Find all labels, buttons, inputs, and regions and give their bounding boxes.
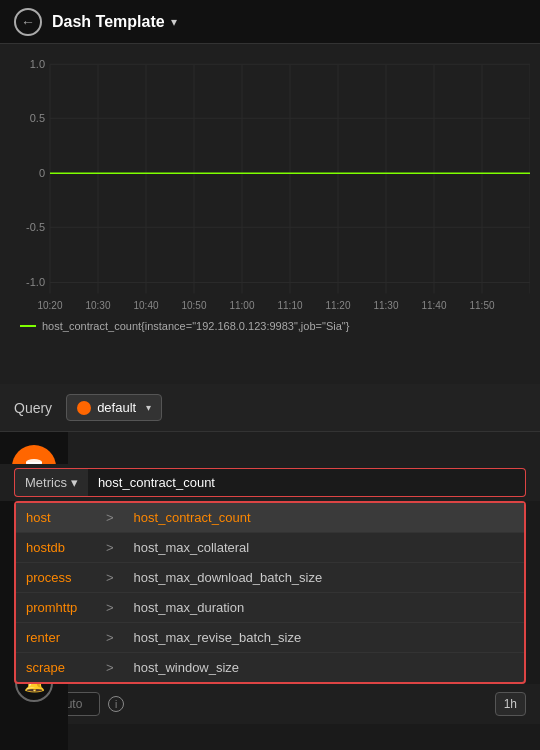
- dropdown-arrow-icon: >: [96, 623, 124, 653]
- dropdown-arrow-icon: >: [96, 653, 124, 683]
- dropdown-row[interactable]: scrape > host_window_size: [16, 653, 524, 683]
- dropdown-arrow-icon: >: [96, 503, 124, 533]
- svg-text:11:00: 11:00: [230, 300, 255, 311]
- dropdown-metric: host_max_collateral: [124, 533, 524, 563]
- dropdown-group: process: [16, 563, 96, 593]
- svg-text:10:40: 10:40: [134, 300, 159, 311]
- back-button[interactable]: ←: [14, 8, 42, 36]
- svg-text:1.0: 1.0: [30, 58, 45, 70]
- chart-legend: host_contract_count{instance="192.168.0.…: [10, 314, 530, 340]
- svg-text:11:20: 11:20: [326, 300, 351, 311]
- legend-line-icon: [20, 325, 36, 327]
- legend-text: host_contract_count{instance="192.168.0.…: [42, 320, 349, 332]
- dropdown-arrow-icon: >: [96, 593, 124, 623]
- metrics-label: Metrics: [25, 475, 67, 490]
- svg-text:11:40: 11:40: [422, 300, 447, 311]
- svg-text:11:10: 11:10: [278, 300, 303, 311]
- dropdown-metric: host_max_duration: [124, 593, 524, 623]
- metrics-dropdown: host > host_contract_count hostdb > host…: [14, 501, 526, 684]
- dropdown-group: scrape: [16, 653, 96, 683]
- a-label-row: A: [0, 432, 540, 464]
- right-content: A Metrics ▾ host > host_contract_count h…: [0, 432, 540, 724]
- query-row: Query default ▾: [0, 384, 540, 432]
- datasource-chevron-icon: ▾: [146, 402, 151, 413]
- info-icon[interactable]: i: [108, 696, 124, 712]
- chart-svg: 1.0 0.5 0 -0.5 -1.0 10:20 10:30 10:40 10…: [10, 54, 530, 314]
- main-content: ⚙ ⚙ 🔔: [0, 432, 540, 724]
- svg-text:10:50: 10:50: [182, 300, 207, 311]
- metrics-chevron-icon: ▾: [71, 475, 78, 490]
- dropdown-metric: host_max_revise_batch_size: [124, 623, 524, 653]
- dropdown-group: promhttp: [16, 593, 96, 623]
- title-chevron-icon[interactable]: ▾: [171, 15, 177, 29]
- dropdown-row[interactable]: host > host_contract_count: [16, 503, 524, 533]
- dropdown-arrow-icon: >: [96, 563, 124, 593]
- dropdown-row[interactable]: process > host_max_download_batch_size: [16, 563, 524, 593]
- dropdown-row[interactable]: renter > host_max_revise_batch_size: [16, 623, 524, 653]
- dropdown-metric: host_max_download_batch_size: [124, 563, 524, 593]
- dropdown-table: host > host_contract_count hostdb > host…: [16, 503, 524, 682]
- back-icon: ←: [21, 14, 35, 30]
- metrics-button[interactable]: Metrics ▾: [14, 468, 88, 497]
- datasource-name: default: [97, 400, 136, 415]
- svg-text:0.5: 0.5: [30, 112, 45, 124]
- controls-row: M i 1h: [0, 684, 540, 724]
- header: ← Dash Template ▾: [0, 0, 540, 44]
- svg-text:11:30: 11:30: [374, 300, 399, 311]
- datasource-button[interactable]: default ▾: [66, 394, 162, 421]
- svg-text:-1.0: -1.0: [26, 276, 45, 288]
- svg-text:0: 0: [39, 167, 45, 179]
- datasource-icon: [77, 401, 91, 415]
- svg-text:-0.5: -0.5: [26, 221, 45, 233]
- page-title: Dash Template: [52, 13, 165, 31]
- metrics-input[interactable]: [88, 468, 526, 497]
- dropdown-group: host: [16, 503, 96, 533]
- chart-area: 1.0 0.5 0 -0.5 -1.0 10:20 10:30 10:40 10…: [0, 44, 540, 384]
- dropdown-row[interactable]: hostdb > host_max_collateral: [16, 533, 524, 563]
- dropdown-metric: host_contract_count: [124, 503, 524, 533]
- metrics-row: Metrics ▾: [0, 464, 540, 501]
- time-button[interactable]: 1h: [495, 692, 526, 716]
- svg-text:11:50: 11:50: [470, 300, 495, 311]
- svg-rect-0: [10, 54, 530, 314]
- dropdown-row[interactable]: promhttp > host_max_duration: [16, 593, 524, 623]
- dropdown-metric: host_window_size: [124, 653, 524, 683]
- svg-text:10:30: 10:30: [86, 300, 111, 311]
- svg-text:10:20: 10:20: [38, 300, 63, 311]
- dropdown-arrow-icon: >: [96, 533, 124, 563]
- query-label: Query: [14, 400, 52, 416]
- chart-canvas: 1.0 0.5 0 -0.5 -1.0 10:20 10:30 10:40 10…: [10, 54, 530, 314]
- dropdown-group: renter: [16, 623, 96, 653]
- dropdown-group: hostdb: [16, 533, 96, 563]
